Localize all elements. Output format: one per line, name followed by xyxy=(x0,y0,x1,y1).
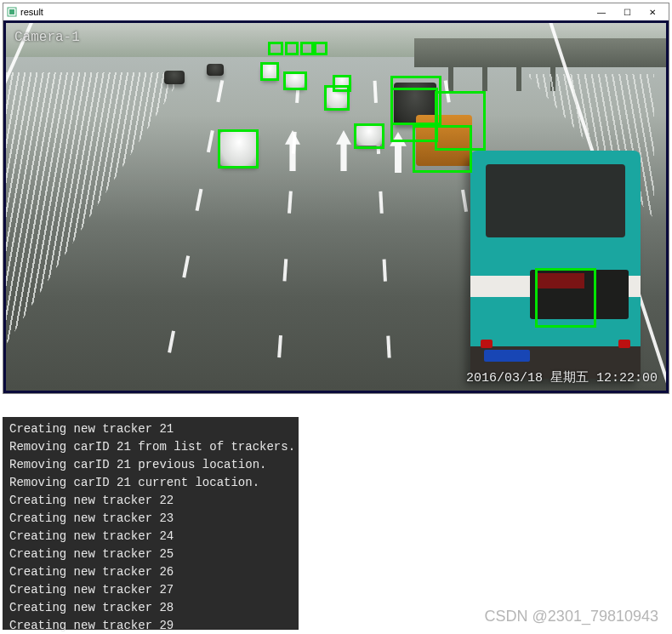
titlebar[interactable]: result — ☐ ✕ xyxy=(3,3,669,20)
detection-bbox xyxy=(333,75,351,92)
video-viewport: Camera-1 2016/03/18 星期五 12:22:00 xyxy=(3,20,669,393)
camera-label: Camera-1 xyxy=(14,30,80,45)
svg-rect-1 xyxy=(9,9,14,14)
scene-pillar xyxy=(482,67,487,91)
road-arrow-icon xyxy=(285,130,300,171)
scene-overpass xyxy=(414,38,666,67)
road-arrow-icon xyxy=(336,130,351,171)
detection-bbox xyxy=(535,268,596,328)
bus-plate xyxy=(484,350,530,362)
scene-pillar xyxy=(516,67,521,91)
detection-bbox xyxy=(283,71,307,90)
result-window: result — ☐ ✕ xyxy=(3,3,669,394)
scene-pillar xyxy=(448,67,453,91)
detection-bbox xyxy=(300,42,314,55)
vehicle-bus xyxy=(470,151,641,379)
taillight-icon xyxy=(618,340,630,348)
window-title: result xyxy=(20,7,589,17)
app-icon xyxy=(7,7,17,17)
lane-dash xyxy=(274,55,302,393)
timestamp-overlay: 2016/03/18 星期五 12:22:00 xyxy=(466,369,658,386)
minimize-button[interactable]: — xyxy=(589,4,614,20)
guardrail-left xyxy=(6,72,185,345)
detection-bbox xyxy=(260,62,279,81)
console-output: Creating new tracker 21 Removing carID 2… xyxy=(3,417,299,630)
vehicle-car xyxy=(207,64,224,76)
detection-bbox xyxy=(435,91,486,151)
watermark: CSDN @2301_79810943 xyxy=(485,608,658,625)
detection-bbox xyxy=(268,42,283,55)
bus-rear-window xyxy=(486,164,625,237)
detection-bbox xyxy=(354,123,384,149)
close-button[interactable]: ✕ xyxy=(640,4,665,20)
vehicle-car xyxy=(164,71,185,84)
detection-bbox xyxy=(285,42,299,55)
taillight-icon xyxy=(481,340,493,348)
lane-dash xyxy=(157,55,229,393)
maximize-button[interactable]: ☐ xyxy=(614,4,640,20)
detection-bbox xyxy=(314,42,327,55)
detection-bbox xyxy=(218,129,259,168)
